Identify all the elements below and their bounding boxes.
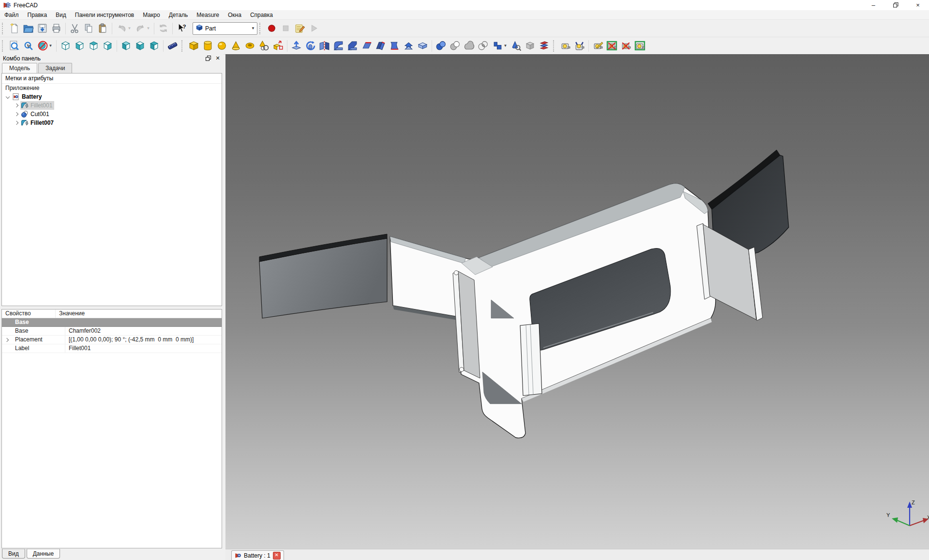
property-tab-view[interactable]: Вид <box>2 549 25 559</box>
cone-button[interactable] <box>229 39 243 53</box>
extrude-button[interactable] <box>289 39 303 53</box>
rear-view-button[interactable] <box>119 39 133 53</box>
mdi-tab-battery[interactable]: Battery : 1 ✕ <box>231 550 284 560</box>
chevron-right-icon[interactable] <box>15 121 18 125</box>
boolean-union-button[interactable] <box>462 39 476 53</box>
undo-dropdown-icon[interactable]: ▼ <box>128 26 132 30</box>
top-view-button[interactable] <box>87 39 101 53</box>
cylinder-button[interactable] <box>201 39 215 53</box>
stop-macro-button[interactable] <box>279 21 293 35</box>
paste-button[interactable] <box>96 21 110 35</box>
print-button[interactable] <box>49 21 63 35</box>
sweep-button[interactable] <box>402 39 416 53</box>
menu-item[interactable]: Панели инструментов <box>71 11 138 19</box>
menu-item[interactable]: Правка <box>23 11 52 19</box>
property-row-label[interactable]: LabelFillet001 <box>2 344 222 353</box>
chevron-right-icon[interactable] <box>15 103 18 107</box>
measure-angular-button[interactable] <box>572 39 586 53</box>
tree-item-fillet001[interactable]: Fillet001 <box>2 101 222 110</box>
right-view-button[interactable] <box>101 39 115 53</box>
bottom-view-button[interactable] <box>133 39 147 53</box>
menu-item[interactable]: Окна <box>224 11 246 19</box>
tree-selection-highlight[interactable]: Fillet001 <box>20 101 54 110</box>
boolean-cut-button[interactable] <box>448 39 462 53</box>
compound-button[interactable] <box>434 39 448 53</box>
boolean-button[interactable]: ▼ <box>490 39 509 53</box>
torus-button[interactable] <box>243 39 257 53</box>
title-bar[interactable]: FreeCAD – × <box>0 0 929 10</box>
measure-clear-all-button[interactable] <box>605 39 619 53</box>
menu-item[interactable]: Файл <box>0 11 23 19</box>
boolean-dropdown-icon[interactable]: ▼ <box>504 44 508 48</box>
menu-item[interactable]: Макро <box>138 11 164 19</box>
tree-item-battery[interactable]: Battery <box>2 92 222 101</box>
offset-button[interactable] <box>416 39 430 53</box>
primitives-button[interactable] <box>257 39 271 53</box>
copy-button[interactable] <box>82 21 96 35</box>
toolbar-grip[interactable] <box>259 23 263 34</box>
property-row-placement[interactable]: Placement[(1,00 0,00 0,00); 90 °; (-42,5… <box>2 336 222 344</box>
chevron-right-icon[interactable] <box>15 112 18 116</box>
fit-all-button[interactable] <box>7 39 21 53</box>
property-tab-data[interactable]: Данные <box>27 549 60 559</box>
open-file-button[interactable] <box>21 21 35 35</box>
toolbar-grip[interactable] <box>181 40 185 52</box>
shape-builder-button[interactable] <box>271 39 285 53</box>
tree-item-content[interactable]: Cut001 <box>20 110 51 118</box>
tree-item-content[interactable]: Fillet007 <box>20 118 56 127</box>
ruled-surface-button[interactable] <box>374 39 388 53</box>
toolbar-grip[interactable] <box>2 23 5 34</box>
property-row-base[interactable]: BaseChamfer002 <box>2 327 222 336</box>
revolve-button[interactable] <box>303 39 317 53</box>
menu-item[interactable]: Деталь <box>165 11 193 19</box>
tree-item-content[interactable]: Battery <box>12 92 44 101</box>
workbench-selector[interactable]: Part ▼ <box>193 22 257 35</box>
edit-macro-button[interactable] <box>293 21 307 35</box>
menu-item[interactable]: Measure <box>192 11 224 19</box>
menu-item[interactable]: Вид <box>51 11 71 19</box>
chevron-down-icon[interactable] <box>6 95 10 99</box>
record-macro-button[interactable] <box>265 21 279 35</box>
measure-toggle-all-button[interactable] <box>619 39 633 53</box>
close-button[interactable]: × <box>907 0 929 10</box>
panel-tab-model[interactable]: Модель <box>2 63 37 73</box>
mirror-button[interactable] <box>317 39 331 53</box>
loft-button[interactable] <box>388 39 402 53</box>
property-value[interactable]: Fillet001 <box>65 344 222 353</box>
minimize-button[interactable]: – <box>862 0 884 10</box>
refresh-button[interactable] <box>156 21 170 35</box>
model-tree[interactable]: Метки и атрибуты Приложение BatteryFille… <box>1 73 222 306</box>
tree-item-cut001[interactable]: Cut001 <box>2 110 222 118</box>
close-panel-icon[interactable]: ✕ <box>215 55 221 61</box>
left-view-button[interactable] <box>147 39 161 53</box>
property-value[interactable]: Chamfer002 <box>65 327 222 335</box>
defeaturing-button[interactable] <box>523 39 537 53</box>
box-button[interactable] <box>187 39 201 53</box>
3d-viewport[interactable]: Z X Y <box>225 54 929 549</box>
tree-item-fillet007[interactable]: Fillet007 <box>2 118 222 127</box>
check-geometry-button[interactable] <box>509 39 523 53</box>
play-macro-button[interactable] <box>307 21 321 35</box>
fillet-button[interactable] <box>331 39 345 53</box>
new-file-button[interactable] <box>7 21 21 35</box>
workbench-dropdown-icon[interactable]: ▼ <box>249 23 257 34</box>
cross-sections-button[interactable] <box>537 39 551 53</box>
make-face-button[interactable] <box>360 39 374 53</box>
axonometric-view-button[interactable] <box>59 39 73 53</box>
boolean-intersection-button[interactable] <box>476 39 490 53</box>
measure-linear-button[interactable] <box>558 39 572 53</box>
panel-tab-tasks[interactable]: Задачи <box>38 63 72 73</box>
sphere-button[interactable] <box>215 39 229 53</box>
undo-button[interactable]: ▼ <box>114 21 133 35</box>
menu-item[interactable]: Справка <box>246 11 277 19</box>
whats-this-button[interactable]: ? <box>175 21 189 35</box>
front-view-button[interactable] <box>73 39 87 53</box>
redo-button[interactable]: ▼ <box>133 21 152 35</box>
property-group-base[interactable]: Base <box>2 318 222 327</box>
draw-style-button[interactable]: ▼ <box>35 39 54 53</box>
measure-ruler-button[interactable] <box>165 39 180 53</box>
property-editor[interactable]: Свойство Значение Base BaseChamfer002Pla… <box>1 309 222 548</box>
toolbar-grip[interactable] <box>553 40 556 52</box>
save-file-button[interactable] <box>35 21 49 35</box>
redo-dropdown-icon[interactable]: ▼ <box>147 26 150 30</box>
